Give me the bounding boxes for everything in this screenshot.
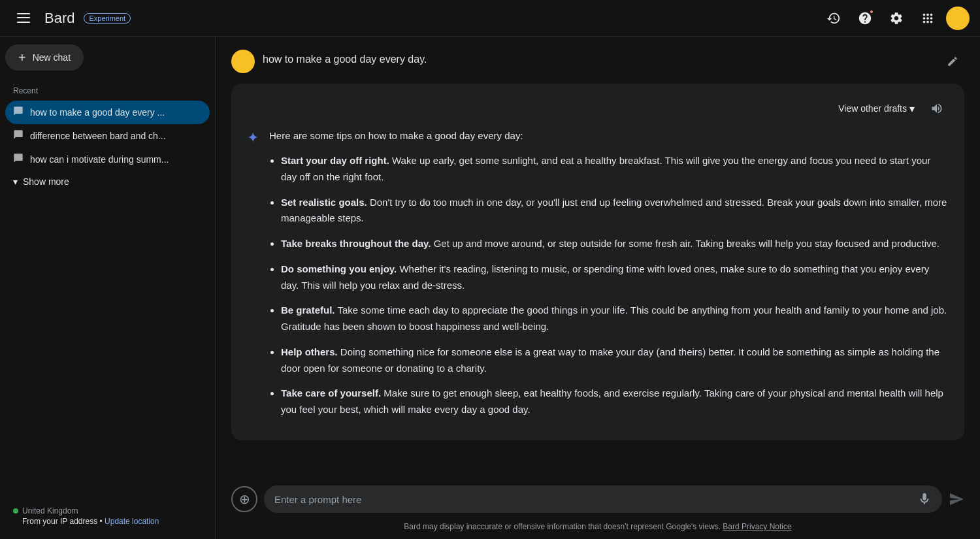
update-location-link[interactable]: Update location bbox=[105, 517, 159, 526]
from-ip-text: From your IP address bbox=[22, 517, 97, 526]
sidebar-item-chat-1[interactable]: how to make a good day every ... bbox=[5, 101, 210, 124]
bard-star-icon: ✦ bbox=[247, 129, 259, 427]
tip-text-7: Make sure to get enough sleep, eat healt… bbox=[281, 387, 943, 415]
tip-item-4: Do something you enjoy. Whether it's rea… bbox=[281, 261, 949, 294]
view-drafts-label: View other drafts bbox=[838, 103, 907, 114]
send-icon bbox=[949, 491, 964, 507]
tip-text-3: Get up and move around, or step outside … bbox=[431, 238, 939, 249]
tip-item-6: Help others. Doing something nice for so… bbox=[281, 344, 949, 377]
send-button[interactable] bbox=[949, 491, 964, 507]
tip-text-2: Don't try to do too much in one day, or … bbox=[281, 197, 947, 224]
tip-item-2: Set realistic goals. Don't try to do too… bbox=[281, 195, 949, 227]
hamburger-icon bbox=[16, 10, 31, 26]
ai-response-card: View other drafts ▾ ✦ Here are some tips… bbox=[231, 84, 964, 440]
bard-logo: Bard bbox=[44, 10, 74, 27]
tip-bold-7: Take care of yourself. bbox=[281, 387, 381, 399]
chevron-down-icon: ▾ bbox=[909, 103, 915, 115]
topnav-right bbox=[821, 5, 970, 31]
chat-icon-3 bbox=[13, 153, 24, 166]
tip-bold-5: Be grateful. bbox=[281, 304, 335, 316]
user-message-text: how to make a good day every day. bbox=[263, 50, 933, 65]
disclaimer-text: Bard may display inaccurate or offensive… bbox=[404, 522, 721, 531]
topnav-left: Bard Experiment bbox=[10, 5, 821, 31]
user-message-row: how to make a good day every day. bbox=[231, 50, 964, 73]
ai-response-intro: Here are some tips on how to make a good… bbox=[269, 128, 949, 144]
chat-display: how to make a good day every day. View o… bbox=[216, 37, 980, 478]
tip-text-5: Take some time each day to appreciate th… bbox=[281, 304, 947, 332]
tip-text-6: Doing something nice for someone else is… bbox=[281, 346, 939, 374]
chat-icon-2 bbox=[13, 129, 24, 142]
tip-bold-1: Start your day off right. bbox=[281, 155, 389, 166]
tip-item-1: Start your day off right. Wake up early,… bbox=[281, 153, 949, 186]
sound-icon bbox=[930, 102, 943, 115]
tip-item-7: Take care of yourself. Make sure to get … bbox=[281, 385, 949, 418]
sidebar-item-chat-3[interactable]: how can i motivate during summ... bbox=[5, 148, 210, 171]
location-row: United Kingdom bbox=[13, 506, 202, 515]
prompt-input-wrapper bbox=[264, 485, 942, 513]
notification-dot bbox=[869, 9, 874, 14]
apps-button[interactable] bbox=[915, 5, 941, 31]
location-dot bbox=[13, 508, 18, 514]
content-area: how to make a good day every day. View o… bbox=[216, 37, 980, 539]
prompt-input[interactable] bbox=[274, 494, 911, 505]
tip-item-3: Take breaks throughout the day. Get up a… bbox=[281, 236, 949, 252]
hamburger-button[interactable] bbox=[10, 5, 37, 31]
chat-item-text-2: difference between bard and ch... bbox=[30, 131, 202, 141]
experiment-badge: Experiment bbox=[84, 13, 131, 24]
input-area: ⊕ bbox=[216, 478, 980, 518]
apps-icon bbox=[921, 11, 935, 25]
chat-item-text-3: how can i motivate during summ... bbox=[30, 154, 202, 165]
tip-bold-6: Help others. bbox=[281, 346, 338, 357]
chat-item-text-1: how to make a good day every ... bbox=[30, 107, 202, 118]
ai-bullet-list: Start your day off right. Wake up early,… bbox=[269, 153, 949, 418]
new-chat-label: New chat bbox=[33, 52, 71, 63]
ai-response-content: Here are some tips on how to make a good… bbox=[269, 128, 949, 427]
edit-message-button[interactable] bbox=[941, 50, 964, 73]
location-text: United Kingdom bbox=[22, 506, 78, 515]
tip-bold-3: Take breaks throughout the day. bbox=[281, 238, 431, 249]
history-icon bbox=[826, 11, 841, 25]
chevron-down-icon: ▾ bbox=[13, 176, 18, 187]
settings-button[interactable] bbox=[883, 5, 909, 31]
privacy-notice-link[interactable]: Bard Privacy Notice bbox=[723, 522, 791, 531]
user-message-avatar bbox=[231, 50, 255, 73]
sound-button[interactable] bbox=[925, 97, 949, 120]
show-more-button[interactable]: ▾ Show more bbox=[5, 171, 210, 192]
edit-icon bbox=[947, 56, 958, 67]
main-layout: + New chat Recent how to make a good day… bbox=[0, 37, 980, 539]
location-links: From your IP address • Update location bbox=[13, 517, 202, 526]
recent-label: Recent bbox=[5, 84, 210, 101]
show-more-label: Show more bbox=[23, 176, 69, 187]
plus-icon: + bbox=[18, 51, 26, 64]
new-chat-button[interactable]: + New chat bbox=[5, 44, 84, 71]
disclaimer: Bard may display inaccurate or offensive… bbox=[216, 518, 980, 539]
chat-icon-1 bbox=[13, 106, 24, 119]
microphone-button[interactable] bbox=[917, 492, 932, 506]
tip-item-5: Be grateful. Take some time each day to … bbox=[281, 302, 949, 335]
user-avatar[interactable] bbox=[946, 7, 970, 30]
ai-response-body: ✦ Here are some tips on how to make a go… bbox=[247, 128, 949, 427]
add-content-button[interactable]: ⊕ bbox=[231, 486, 257, 512]
view-other-drafts-button[interactable]: View other drafts ▾ bbox=[833, 100, 920, 118]
sidebar-footer: United Kingdom From your IP address • Up… bbox=[5, 501, 210, 531]
help-button[interactable] bbox=[852, 5, 878, 31]
topnav: Bard Experiment bbox=[0, 0, 980, 37]
ai-response-header: View other drafts ▾ bbox=[247, 97, 949, 120]
microphone-icon bbox=[917, 492, 932, 506]
history-button[interactable] bbox=[821, 5, 847, 31]
tip-bold-2: Set realistic goals. bbox=[281, 197, 367, 208]
plus-circle-icon: ⊕ bbox=[239, 491, 250, 507]
settings-icon bbox=[889, 11, 904, 25]
sidebar: + New chat Recent how to make a good day… bbox=[0, 37, 216, 539]
tip-bold-4: Do something you enjoy. bbox=[281, 263, 397, 274]
sidebar-item-chat-2[interactable]: difference between bard and ch... bbox=[5, 124, 210, 148]
